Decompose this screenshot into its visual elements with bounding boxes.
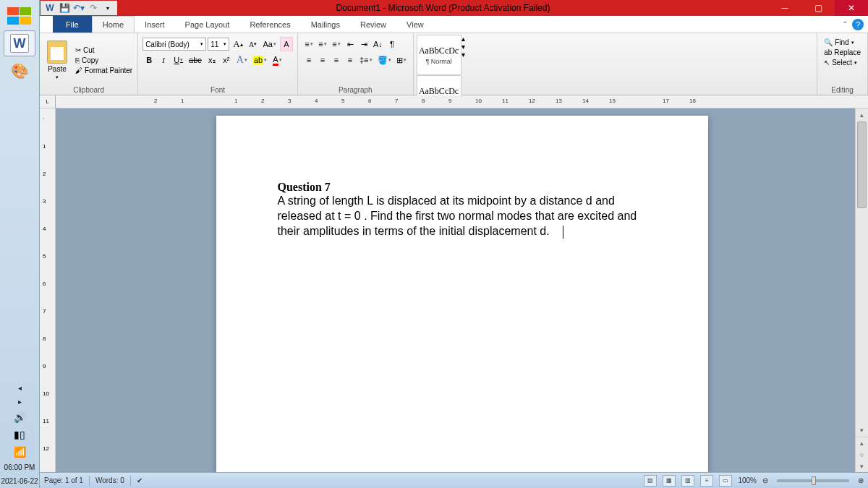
tab-home[interactable]: Home — [92, 16, 135, 33]
show-marks-button[interactable]: ¶ — [386, 37, 399, 51]
scroll-down-icon[interactable]: ▾ — [856, 424, 868, 437]
save-icon[interactable]: 💾 — [58, 1, 71, 14]
font-size-combo[interactable]: 11▾ — [208, 38, 229, 51]
status-page[interactable]: Page: 1 of 1 — [44, 476, 83, 484]
clear-formatting-button[interactable]: A — [280, 37, 293, 51]
ruler-corner[interactable]: L — [40, 95, 56, 108]
change-case-button[interactable]: Aa — [261, 37, 278, 51]
page[interactable]: Question 7 A string of length L is displ… — [216, 116, 708, 472]
browse-object-icon[interactable]: ○ — [856, 449, 868, 461]
group-font: Calibri (Body)▾ 11▾ A▴ A▾ Aa A B I U abc… — [138, 33, 298, 95]
increase-indent-button[interactable]: ⇥ — [357, 37, 370, 51]
zoom-slider-thumb[interactable] — [812, 476, 816, 485]
zoom-out-button[interactable]: ⊖ — [762, 476, 768, 484]
numbering-button[interactable]: ≡ — [316, 37, 329, 51]
window-title: Document1 - Microsoft Word (Product Acti… — [118, 3, 768, 13]
question-title[interactable]: Question 7 — [278, 181, 647, 194]
font-color-button[interactable]: A — [271, 53, 284, 67]
justify-button[interactable]: ≡ — [344, 53, 357, 67]
italic-button[interactable]: I — [157, 53, 170, 67]
close-button[interactable]: ✕ — [835, 0, 868, 16]
redo-button[interactable]: ↷ — [87, 1, 100, 14]
scrollbar-vertical[interactable]: ▴ ▾ ▴ ○ ▾ — [855, 108, 868, 472]
view-web-layout[interactable]: ▥ — [681, 475, 694, 487]
tab-review[interactable]: Review — [350, 16, 396, 33]
underline-button[interactable]: U — [171, 53, 185, 67]
ruler-vertical[interactable]: ·123456789101112 — [40, 108, 56, 472]
tab-insert[interactable]: Insert — [135, 16, 175, 33]
subscript-button[interactable]: x₂ — [205, 53, 218, 67]
clock-date[interactable]: 2021-06-22 — [1, 474, 38, 488]
bold-button[interactable]: B — [142, 53, 156, 67]
superscript-button[interactable]: x² — [220, 53, 233, 67]
ruler-horizontal[interactable]: L 211234567891011121314151718 — [40, 95, 868, 108]
tab-page-layout[interactable]: Page Layout — [175, 16, 240, 33]
word-icon: W — [10, 34, 29, 53]
view-full-screen[interactable]: ▦ — [663, 475, 676, 487]
view-outline[interactable]: ≡ — [700, 475, 713, 487]
next-page-icon[interactable]: ▾ — [856, 461, 868, 472]
start-button[interactable] — [4, 3, 35, 29]
scroll-thumb[interactable] — [857, 121, 867, 208]
zoom-level[interactable]: 100% — [738, 476, 757, 484]
style-item-0[interactable]: AaBbCcDc¶ Normal — [417, 35, 461, 75]
brush-icon: 🖌 — [75, 67, 82, 74]
paste-button[interactable]: Paste ▾ — [43, 35, 72, 85]
app-menu-icon[interactable]: W — [43, 1, 56, 14]
taskbar-paint[interactable]: 🎨 — [4, 58, 35, 84]
page-viewport[interactable]: Question 7 A string of length L is displ… — [56, 108, 868, 472]
view-draft[interactable]: ▭ — [719, 475, 732, 487]
align-left-button[interactable]: ≡ — [302, 53, 315, 67]
sort-button[interactable]: A↓ — [371, 37, 385, 51]
shading-button[interactable]: 🪣 — [375, 53, 393, 67]
quick-access-toolbar: W 💾 ↶▾ ↷ ▾ — [41, 1, 117, 15]
question-body[interactable]: A string of length L is displaced at its… — [278, 194, 647, 239]
qat-customize[interactable]: ▾ — [101, 1, 114, 14]
file-tab[interactable]: File — [53, 16, 92, 33]
replace-button[interactable]: abReplace — [822, 48, 863, 57]
tray-prev[interactable]: ◂ — [18, 381, 22, 395]
scroll-up-icon[interactable]: ▴ — [856, 108, 868, 121]
text-effects-button[interactable]: A — [234, 53, 250, 67]
battery-icon[interactable]: ▮▯ — [14, 429, 25, 440]
borders-button[interactable]: ⊞ — [394, 53, 409, 67]
palette-icon: 🎨 — [11, 62, 29, 80]
font-name-combo[interactable]: Calibri (Body)▾ — [142, 38, 206, 51]
zoom-slider[interactable] — [777, 479, 849, 482]
minimize-ribbon-icon[interactable]: ⌃ — [842, 20, 848, 28]
proofing-icon[interactable]: ✔ — [137, 476, 142, 484]
find-button[interactable]: 🔍Find▾ — [822, 38, 863, 47]
network-icon[interactable]: 📶 — [14, 446, 26, 458]
taskbar-word[interactable]: W — [4, 30, 35, 56]
group-label-editing: Editing — [820, 85, 864, 95]
strikethrough-button[interactable]: abc — [187, 53, 204, 67]
bullets-button[interactable]: ≡ — [302, 37, 315, 51]
volume-icon[interactable]: 🔊 — [14, 411, 26, 423]
undo-button[interactable]: ↶▾ — [72, 1, 85, 14]
minimize-button[interactable]: ─ — [768, 0, 801, 16]
zoom-in-button[interactable]: ⊕ — [858, 476, 864, 484]
multilevel-button[interactable]: ≡ — [330, 37, 343, 51]
line-spacing-button[interactable]: ‡≡ — [357, 53, 375, 67]
view-print-layout[interactable]: ▤ — [644, 475, 657, 487]
tray-next[interactable]: ▸ — [18, 395, 22, 408]
maximize-button[interactable]: ▢ — [801, 0, 835, 16]
status-words[interactable]: Words: 0 — [95, 476, 124, 484]
prev-page-icon[interactable]: ▴ — [856, 437, 868, 449]
select-icon: ↖ — [824, 59, 830, 67]
align-center-button[interactable]: ≡ — [316, 53, 329, 67]
copy-button[interactable]: ⎘Copy — [73, 56, 135, 65]
help-icon[interactable]: ? — [852, 19, 864, 30]
format-painter-button[interactable]: 🖌Format Painter — [73, 66, 135, 75]
tab-references[interactable]: References — [239, 16, 300, 33]
align-right-button[interactable]: ≡ — [330, 53, 343, 67]
tab-mailings[interactable]: Mailings — [301, 16, 350, 33]
highlight-button[interactable]: ab — [251, 53, 269, 67]
grow-font-button[interactable]: A▴ — [231, 37, 244, 51]
clock-time[interactable]: 06:00 PM — [4, 461, 35, 474]
decrease-indent-button[interactable]: ⇤ — [344, 37, 357, 51]
tab-view[interactable]: View — [396, 16, 434, 33]
select-button[interactable]: ↖Select▾ — [822, 58, 863, 67]
cut-button[interactable]: ✂Cut — [73, 46, 135, 55]
shrink-font-button[interactable]: A▾ — [247, 37, 260, 51]
